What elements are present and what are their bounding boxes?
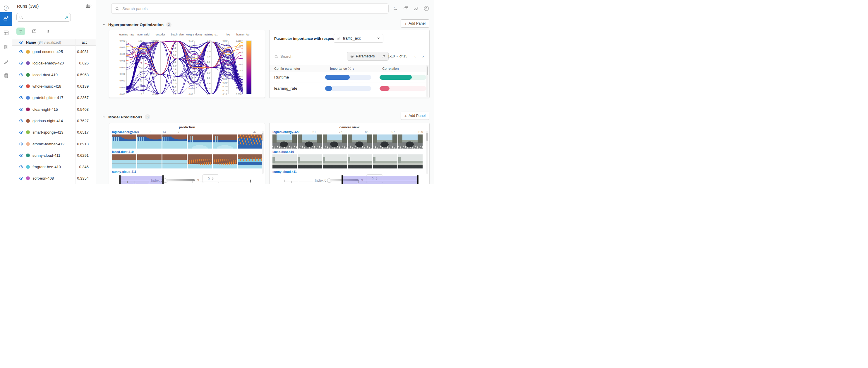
importance-column[interactable]: Importance [330, 67, 347, 70]
settings-gear-icon[interactable] [424, 5, 429, 11]
run-row[interactable]: atomic-feather-4120.6913 [12, 138, 96, 149]
sort-button[interactable] [43, 28, 52, 35]
range-handle-right[interactable] [162, 175, 163, 184]
range-handle-left[interactable] [342, 175, 343, 184]
media-thumbnail[interactable] [373, 154, 397, 168]
panels-grid-icon[interactable] [0, 27, 12, 39]
media-thumbnail[interactable] [273, 135, 297, 148]
panel-search-input[interactable] [122, 6, 385, 11]
eye-icon[interactable] [19, 108, 23, 111]
smoothing-iron-icon[interactable] [403, 5, 409, 11]
media-thumbnail[interactable] [298, 154, 322, 168]
media-thumbnail[interactable] [137, 154, 161, 168]
eye-icon[interactable] [19, 84, 23, 88]
media-thumbnail[interactable] [348, 135, 372, 148]
prev-page-icon[interactable]: ‹ [414, 54, 416, 59]
scrollbar-thumb[interactable] [262, 133, 264, 141]
run-row[interactable]: fragrant-bee-4100.346 [12, 161, 96, 173]
media-thumbnail[interactable] [162, 135, 187, 148]
run-row[interactable]: smart-sponge-4130.6517 [12, 126, 96, 138]
media-thumbnail[interactable] [213, 154, 237, 168]
workspace-line-chart-tab[interactable] [0, 12, 12, 26]
brush-icon[interactable] [0, 56, 12, 68]
eye-icon[interactable] [19, 165, 23, 169]
media-thumbnail[interactable] [298, 135, 322, 148]
spinner-arrows-icon[interactable] [212, 177, 214, 180]
eye-icon[interactable] [19, 131, 23, 134]
run-row[interactable]: logical-energy-4200.626 [12, 57, 96, 69]
run-name[interactable]: soft-eon-408 [32, 176, 54, 180]
range-handle-left[interactable] [119, 175, 121, 184]
scrollbar-thumb[interactable] [427, 66, 428, 75]
media-thumbnail[interactable] [162, 154, 187, 168]
add-panel-button[interactable]: + Add Panel [401, 19, 429, 28]
run-name[interactable]: atomic-feather-412 [32, 142, 64, 146]
runs-search-box[interactable]: .* [17, 13, 71, 22]
x-axis-icon[interactable]: x [393, 5, 399, 11]
panel-search-box[interactable] [111, 3, 389, 14]
eye-icon[interactable] [19, 96, 23, 100]
run-name[interactable]: clear-night-415 [32, 107, 58, 112]
run-row[interactable]: laced-dust-4190.5968 [12, 69, 96, 81]
run-name[interactable]: smart-sponge-413 [32, 130, 63, 135]
run-name[interactable]: grateful-glitter-417 [32, 95, 63, 100]
run-name[interactable]: laced-dust-419 [32, 73, 58, 77]
group-list-button[interactable] [30, 28, 39, 35]
media-thumbnail[interactable] [137, 135, 161, 148]
run-name[interactable]: sunny-cloud-411 [32, 153, 60, 158]
add-panel-button[interactable]: + Add Panel [401, 112, 429, 120]
run-link[interactable]: logical-energy-420 [112, 130, 139, 134]
run-link[interactable]: laced-dust-419 [273, 150, 294, 153]
run-row[interactable]: clear-night-4150.5403 [12, 104, 96, 115]
eye-icon[interactable] [19, 61, 23, 65]
importance-row[interactable]: Runtime [270, 72, 429, 83]
media-thumbnail[interactable] [323, 135, 347, 148]
run-row[interactable]: grateful-glitter-4170.2367 [12, 92, 96, 104]
run-name[interactable]: good-cosmos-425 [32, 50, 63, 54]
section-title[interactable]: Hyperparameter Optimization [108, 23, 163, 27]
media-thumbnail[interactable] [112, 135, 136, 148]
media-thumbnail[interactable] [323, 154, 347, 168]
config-parameter-column[interactable]: Config parameter [274, 67, 300, 70]
eye-icon[interactable] [19, 119, 23, 123]
run-link[interactable]: sunny-cloud-411 [112, 170, 136, 173]
media-thumbnail[interactable] [398, 154, 423, 168]
eye-icon[interactable] [19, 50, 23, 54]
magic-wand-button[interactable] [378, 52, 389, 60]
run-name[interactable]: fragrant-bee-410 [32, 165, 61, 169]
sort-desc-icon[interactable]: ↓ [352, 67, 354, 70]
media-thumbnail[interactable] [188, 154, 212, 168]
media-thumbnail[interactable] [238, 135, 262, 148]
regex-icon[interactable]: .* [65, 15, 68, 20]
media-thumbnail[interactable] [213, 135, 237, 148]
media-thumbnail[interactable] [273, 154, 297, 168]
run-row[interactable]: glorious-night-4140.7627 [12, 115, 96, 126]
correlation-column[interactable]: Correlation [382, 67, 399, 70]
eye-icon[interactable] [19, 142, 23, 146]
run-name[interactable]: whole-music-418 [32, 84, 61, 88]
step-range-band[interactable] [120, 176, 163, 184]
slider-track[interactable] [284, 181, 418, 181]
media-thumbnail[interactable] [398, 135, 423, 148]
run-row[interactable]: sunny-cloud-4110.6291 [12, 150, 96, 161]
name-column-header[interactable]: Name [26, 40, 36, 45]
filter-button[interactable] [17, 28, 25, 35]
importance-search[interactable]: Search [274, 54, 292, 59]
eye-icon[interactable] [19, 40, 23, 44]
media-thumbnail[interactable] [112, 154, 136, 168]
run-name[interactable]: glorious-night-414 [32, 119, 63, 123]
chevron-down-icon[interactable] [102, 116, 106, 118]
eye-icon[interactable] [19, 176, 23, 180]
eye-icon[interactable] [19, 153, 23, 157]
next-page-icon[interactable]: › [422, 54, 424, 59]
acc-column-header[interactable]: acc [82, 40, 88, 45]
run-row[interactable]: good-cosmos-4250.4031 [12, 46, 96, 57]
eye-icon[interactable] [19, 73, 23, 77]
run-link[interactable]: laced-dust-419 [112, 150, 134, 153]
media-thumbnail[interactable] [348, 154, 372, 168]
run-row[interactable]: soft-eon-4080.3354 [12, 173, 96, 184]
importance-row[interactable]: learning_rate [270, 83, 429, 94]
media-thumbnail[interactable] [188, 135, 212, 148]
slider-track[interactable] [120, 181, 250, 181]
metric-select[interactable]: traffic_acc [334, 34, 383, 43]
